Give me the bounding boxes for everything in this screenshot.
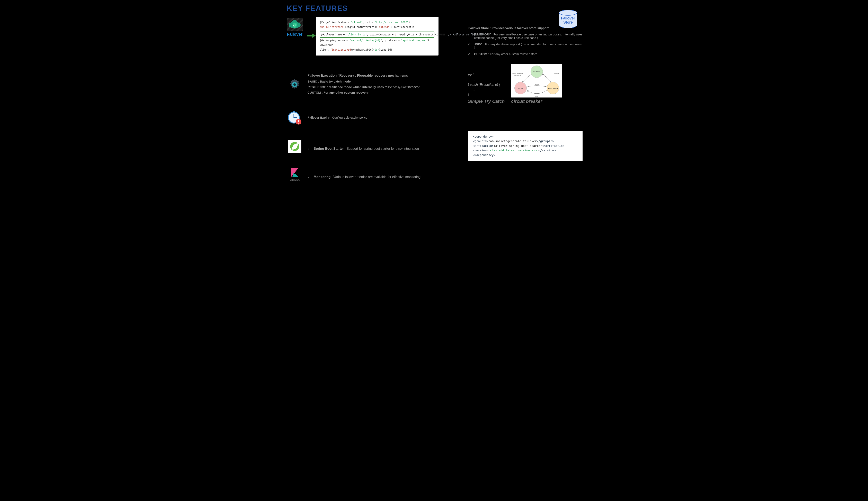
code-text: @FeignClient(value = xyxy=(320,21,351,24)
cb-state-halfopen: HALF OPEN xyxy=(547,82,559,94)
store-bullets: Failover Store : Provides various failov… xyxy=(468,26,583,56)
cb-state-closed: CLOSED xyxy=(530,65,543,78)
spring-icon-col xyxy=(285,138,304,153)
svg-rect-6 xyxy=(307,35,312,36)
expiry-text-col: Failover Expiry : Configurable expiry po… xyxy=(308,109,464,120)
row-recovery: Failover Execution / Recovery : Pluggabl… xyxy=(285,64,583,104)
cb-label-delay: delay xyxy=(531,95,542,97)
recovery-heading: Failover Execution / Recovery : Pluggabl… xyxy=(308,73,464,79)
feign-client-code-panel: @FeignClient(value = "client", url = "ht… xyxy=(316,17,439,55)
clock-alert-icon xyxy=(287,110,302,125)
failover-store-label: Failover Store xyxy=(557,17,579,24)
check-icon: ✓ xyxy=(308,175,310,179)
spring-bullet: ✓ Spring Boot Starter : Support for spri… xyxy=(308,141,464,151)
try-catch-caption: Simple Try Catch xyxy=(468,99,505,104)
expiry-icon-col xyxy=(285,109,304,125)
store-heading: Failover Store : Provides various failov… xyxy=(468,26,549,30)
check-icon: ✓ xyxy=(468,52,471,56)
arrow-right-icon xyxy=(307,33,316,38)
kibana-icon-col: kibana xyxy=(285,166,304,182)
failover-store-db-icon: Failover Store xyxy=(557,10,579,24)
circuit-breaker-caption: circuit breaker xyxy=(511,99,562,104)
svg-point-18 xyxy=(292,149,293,150)
svg-point-8 xyxy=(294,83,296,86)
monitoring-text-col: ✓ Monitoring : Various failover metrics … xyxy=(308,170,464,179)
recovery-text-col: Failover Execution / Recovery : Pluggabl… xyxy=(308,73,464,95)
cb-label-threshold: failure threshold exceeded xyxy=(512,73,523,76)
svg-point-15 xyxy=(298,123,299,124)
row-failover: Failover @FeignClient(value = "client", … xyxy=(285,17,583,58)
try-catch-figure: try { … } catch (Exception e) { … } Simp… xyxy=(468,73,505,104)
expiry-heading: Failover Expiry xyxy=(308,116,330,119)
row-expiry: Failover Expiry : Configurable expiry po… xyxy=(285,109,583,125)
svg-rect-10 xyxy=(293,111,295,113)
kibana-label: kibana xyxy=(289,178,300,182)
page-title: KEY FEATURES xyxy=(287,4,583,13)
check-icon: ✓ xyxy=(308,147,310,150)
maven-dependency-panel: <dependency> <groupId>com.societegeneral… xyxy=(468,131,583,161)
cb-state-open: OPEN xyxy=(514,82,527,94)
spring-icon xyxy=(288,140,301,153)
svg-rect-14 xyxy=(298,120,299,122)
recovery-icon-col xyxy=(285,77,304,91)
check-icon: ✓ xyxy=(468,43,471,46)
gear-icon xyxy=(288,78,301,91)
slide: KEY FEATURES Failover Store xyxy=(281,0,587,191)
monitoring-bullet: ✓ Monitoring : Various failover metrics … xyxy=(308,170,464,179)
spring-text-col: ✓ Spring Boot Starter : Support for spri… xyxy=(308,141,464,151)
recovery-figures-col: try { … } catch (Exception e) { … } Simp… xyxy=(468,64,583,104)
circuit-breaker-diagram: CLOSED OPEN HALF OPEN failure threshold … xyxy=(511,64,562,97)
row-spring: ✓ Spring Boot Starter : Support for spri… xyxy=(285,131,583,161)
failover-code-col: @FeignClient(value = "client", url = "ht… xyxy=(308,17,464,55)
kibana-icon xyxy=(289,168,300,178)
failover-icon-col: Failover xyxy=(285,17,304,37)
failover-annotation-highlight: @Failover(name = "client-by-id", expiryD… xyxy=(320,32,435,38)
cb-label-success: success xyxy=(551,73,561,75)
dependency-col: <dependency> <groupId>com.societegeneral… xyxy=(468,131,583,161)
failover-cloud-shield-icon xyxy=(287,18,303,31)
row-monitoring: kibana ✓ Monitoring : Various failover m… xyxy=(285,166,583,182)
failover-icon-caption: Failover xyxy=(287,32,303,37)
try-catch-code: try { … } catch (Exception e) { … } xyxy=(468,73,505,97)
circuit-breaker-figure: CLOSED OPEN HALF OPEN failure threshold … xyxy=(511,64,562,104)
cb-label-failure: failure xyxy=(531,84,542,86)
